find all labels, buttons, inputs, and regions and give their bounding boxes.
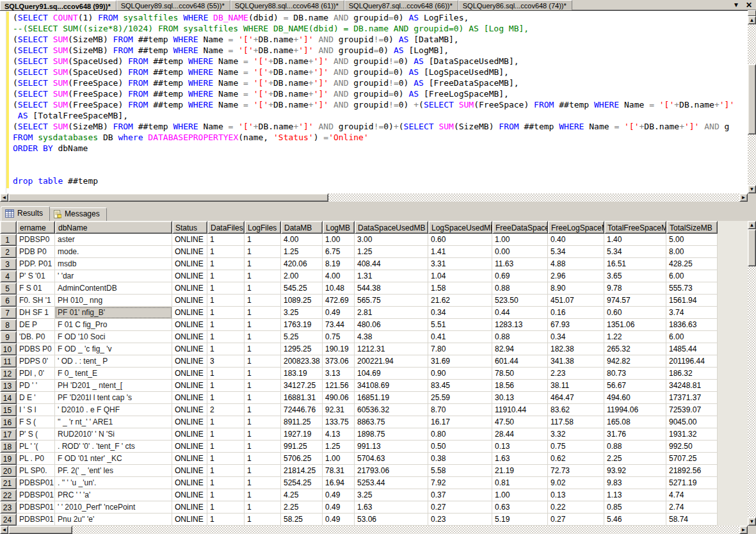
row-number[interactable]: 11: [0, 355, 17, 368]
column-header-dsu[interactable]: DataSpaceUsedMB: [355, 221, 428, 234]
cell-tsm[interactable]: 9045.00: [666, 416, 718, 428]
cell-tsm[interactable]: 34248.81: [666, 380, 718, 392]
cell-tsm[interactable]: 3.74: [666, 307, 718, 319]
cell-logMB[interactable]: 73.44: [323, 319, 355, 331]
cell-status[interactable]: ONLINE: [172, 343, 207, 355]
cell-fls[interactable]: 0.62: [548, 453, 604, 465]
cell-lsu[interactable]: 21.62: [428, 295, 492, 307]
cell-logMB[interactable]: 3.13: [323, 368, 355, 380]
cell-logFiles[interactable]: 1: [245, 319, 281, 331]
column-header-lsu[interactable]: LogSpaceUsedMB: [428, 221, 492, 234]
cell-fls[interactable]: 5.34: [548, 246, 604, 258]
scroll-down-icon[interactable]: ▼: [748, 517, 756, 526]
cell-fds[interactable]: 0.81: [492, 477, 548, 489]
cell-dataMB[interactable]: 1089.25: [281, 295, 323, 307]
cell-lsu[interactable]: 1.04: [428, 270, 492, 282]
cell-dataMB[interactable]: 4.00: [281, 234, 323, 246]
scroll-thumb[interactable]: [8, 526, 72, 534]
cell-fds[interactable]: 28.44: [492, 428, 548, 441]
cell-fds[interactable]: 0.88: [492, 282, 548, 295]
cell-tfs[interactable]: 3.65: [604, 270, 666, 282]
cell-server[interactable]: PDBSP0: [17, 234, 55, 246]
pane-splitter[interactable]: [0, 202, 756, 206]
cell-fls[interactable]: 0.22: [548, 501, 604, 514]
cell-db[interactable]: F 01 C fig_Pro: [55, 319, 172, 331]
cell-fls[interactable]: 3.32: [548, 428, 604, 441]
column-header-dataMB[interactable]: DataMB: [281, 221, 323, 234]
scroll-thumb[interactable]: [748, 229, 756, 266]
cell-fls[interactable]: 0.27: [548, 514, 604, 526]
cell-tfs[interactable]: 165.08: [604, 416, 666, 428]
cell-lsu[interactable]: 1.58: [428, 282, 492, 295]
cell-dataMB[interactable]: 16881.31: [281, 392, 323, 404]
scroll-up-icon[interactable]: ▲: [748, 16, 756, 24]
cell-logMB[interactable]: 1.00: [323, 234, 355, 246]
cell-dataMB[interactable]: 2.25: [281, 501, 323, 514]
cell-fds[interactable]: 11910.44: [492, 404, 548, 416]
cell-dataMB[interactable]: 72446.76: [281, 404, 323, 416]
row-number[interactable]: 20: [0, 465, 17, 477]
cell-logMB[interactable]: 4.00: [323, 270, 355, 282]
scroll-down-icon[interactable]: ▼: [748, 185, 756, 193]
column-header-tfs[interactable]: TotalFreeSpaceMB: [604, 221, 666, 234]
cell-lsu[interactable]: 0.90: [428, 368, 492, 380]
cell-dataFiles[interactable]: 1: [207, 416, 245, 428]
cell-status[interactable]: ONLINE: [172, 489, 207, 501]
cell-server[interactable]: F0. SH '1: [17, 295, 55, 307]
cell-dsu[interactable]: 53.06: [355, 514, 428, 526]
cell-status[interactable]: ONLINE: [172, 404, 207, 416]
editor-vertical-scrollbar[interactable]: ▲ ▼: [748, 10, 756, 193]
cell-tfs[interactable]: 5.34: [604, 246, 666, 258]
cell-status[interactable]: ONLINE: [172, 270, 207, 282]
cell-db[interactable]: . ROD' '0' . 'tent_F ' cts: [55, 441, 172, 453]
row-number[interactable]: 12: [0, 368, 17, 380]
cell-tfs[interactable]: 942.82: [604, 355, 666, 368]
cell-dataMB[interactable]: 420.06: [281, 258, 323, 270]
cell-fls[interactable]: 0.13: [548, 489, 604, 501]
cell-logFiles[interactable]: 1: [245, 404, 281, 416]
cell-server[interactable]: PDBSP01: [17, 477, 55, 489]
cell-logMB[interactable]: 121.56: [323, 380, 355, 392]
cell-status[interactable]: ONLINE: [172, 380, 207, 392]
cell-tfs[interactable]: 974.57: [604, 295, 666, 307]
cell-dataFiles[interactable]: 1: [207, 392, 245, 404]
cell-dsu[interactable]: 34108.69: [355, 380, 428, 392]
cell-fds[interactable]: 18.56: [492, 380, 548, 392]
cell-status[interactable]: ONLINE: [172, 428, 207, 441]
cell-logFiles[interactable]: 1: [245, 258, 281, 270]
cell-fls[interactable]: 451.07: [548, 295, 604, 307]
cell-dsu[interactable]: 1898.75: [355, 428, 428, 441]
cell-server[interactable]: D E ': [17, 392, 55, 404]
cell-logMB[interactable]: 0.49: [323, 514, 355, 526]
row-number[interactable]: 1: [0, 234, 17, 246]
cell-fls[interactable]: 9.02: [548, 477, 604, 489]
cell-fds[interactable]: 5.19: [492, 514, 548, 526]
cell-dsu[interactable]: 60536.32: [355, 404, 428, 416]
cell-dataMB[interactable]: 200823.38: [281, 355, 323, 368]
cell-dataFiles[interactable]: 1: [207, 246, 245, 258]
cell-logFiles[interactable]: 1: [245, 392, 281, 404]
cell-dsu[interactable]: 200221.94: [355, 355, 428, 368]
cell-server[interactable]: P' S (: [17, 428, 55, 441]
close-document-icon[interactable]: ✕: [746, 1, 752, 10]
document-tab-5[interactable]: SQLQuery86.sql...ccov648 (74))*: [458, 0, 572, 10]
row-number[interactable]: 18: [0, 441, 17, 453]
cell-server[interactable]: F S (: [17, 416, 55, 428]
cell-dataFiles[interactable]: 1: [207, 380, 245, 392]
cell-logMB[interactable]: 6.75: [323, 246, 355, 258]
cell-db[interactable]: PF 01' nfig_B': [55, 307, 172, 319]
cell-fds[interactable]: 523.50: [492, 295, 548, 307]
cell-db[interactable]: PF. 2(' _ 'ent' les: [55, 465, 172, 477]
row-number[interactable]: 19: [0, 453, 17, 465]
cell-dataFiles[interactable]: 1: [207, 477, 245, 489]
column-header-server[interactable]: ername: [17, 221, 55, 234]
scroll-right-icon[interactable]: ►: [739, 526, 748, 534]
cell-logFiles[interactable]: 1: [245, 246, 281, 258]
cell-dataFiles[interactable]: 3: [207, 355, 245, 368]
cell-lsu[interactable]: 1.41: [428, 246, 492, 258]
column-header-logMB[interactable]: LogMB: [323, 221, 355, 234]
cell-status[interactable]: ONLINE: [172, 331, 207, 343]
cell-tsm[interactable]: 555.73: [666, 282, 718, 295]
cell-dataFiles[interactable]: 1: [207, 319, 245, 331]
cell-status[interactable]: ONLINE: [172, 307, 207, 319]
